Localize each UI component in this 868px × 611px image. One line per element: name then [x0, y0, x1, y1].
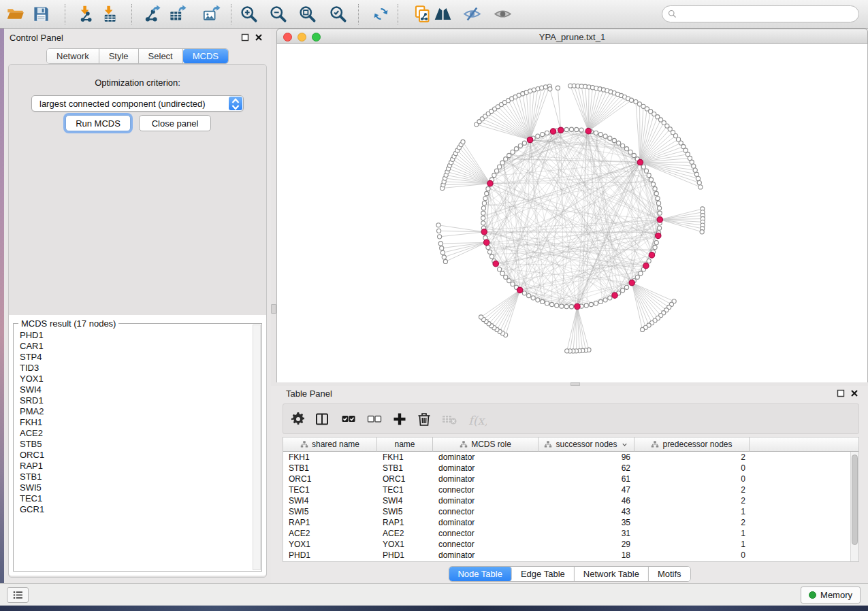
- table-row[interactable]: SWI5SWI5connector431: [283, 506, 850, 517]
- zoom-in-icon[interactable]: [240, 5, 259, 24]
- search-box[interactable]: [662, 5, 859, 22]
- cell-predecessor-nodes: 2: [634, 517, 750, 528]
- table-row[interactable]: ACE2ACE2connector311: [283, 528, 850, 539]
- mcds-result-item[interactable]: RAP1: [17, 461, 248, 472]
- toggle-columns-icon[interactable]: [314, 411, 332, 429]
- table-row[interactable]: TEC1TEC1connector472: [283, 484, 850, 495]
- refresh-network-icon[interactable]: [372, 5, 391, 24]
- cell-shared-name: SWI4: [283, 495, 377, 506]
- close-panel-button[interactable]: Close panel: [139, 115, 211, 131]
- search-icon: [667, 9, 677, 19]
- table-row[interactable]: STB1STB1dominator620: [283, 463, 850, 474]
- column-header-predecessor-nodes[interactable]: predecessor nodes: [634, 437, 750, 452]
- show-panels-icon[interactable]: [494, 5, 513, 24]
- save-session-icon[interactable]: [32, 5, 51, 24]
- table-panel-title: Table Panel: [286, 389, 332, 399]
- zoom-selected-icon[interactable]: [329, 5, 348, 24]
- tab-motifs[interactable]: Motifs: [649, 567, 690, 581]
- table-row[interactable]: FKH1FKH1dominator962: [283, 452, 850, 463]
- column-header-mcds-role[interactable]: MCDS role: [433, 437, 539, 452]
- mcds-list-scrollbar[interactable]: [253, 325, 261, 570]
- run-mcds-button[interactable]: Run MCDS: [65, 115, 131, 131]
- cell-shared-name: TEC1: [283, 484, 377, 495]
- cell-successor-nodes: 18: [539, 550, 634, 561]
- tab-network-table[interactable]: Network Table: [575, 567, 649, 581]
- mcds-result-item[interactable]: SRD1: [17, 395, 248, 406]
- column-header-name[interactable]: name: [377, 437, 433, 452]
- export-network-icon[interactable]: [142, 5, 161, 24]
- float-table-panel-icon[interactable]: [837, 389, 845, 397]
- node-table: shared namenameMCDS rolesuccessor nodesp…: [283, 437, 859, 562]
- cell-predecessor-nodes: 2: [634, 452, 750, 463]
- mcds-result-item[interactable]: YOX1: [17, 374, 248, 384]
- tab-node-table[interactable]: Node Table: [449, 567, 512, 581]
- column-header-shared-name[interactable]: shared name: [283, 437, 377, 452]
- add-column-icon[interactable]: [391, 411, 409, 429]
- mcds-result-item[interactable]: TEC1: [17, 493, 248, 504]
- tab-edge-table[interactable]: Edge Table: [512, 567, 575, 581]
- column-header-successor-nodes[interactable]: successor nodes: [539, 437, 634, 452]
- optimization-criterion-select[interactable]: largest connected component (undirected): [31, 95, 244, 112]
- mcds-result-item[interactable]: PHD1: [17, 330, 248, 341]
- mcds-result-item[interactable]: FKH1: [17, 417, 248, 428]
- close-table-panel-icon[interactable]: [850, 389, 858, 397]
- deselect-all-rows-icon[interactable]: [366, 411, 384, 429]
- cell-predecessor-nodes: 0: [634, 463, 750, 474]
- table-row[interactable]: PHD1PHD1dominator180: [283, 550, 850, 561]
- tab-network[interactable]: Network: [47, 49, 99, 63]
- toolbar-separator: [231, 4, 231, 24]
- import-table-icon[interactable]: [100, 5, 119, 24]
- vertical-splitter[interactable]: [271, 29, 276, 382]
- control-panel-titlebar: Control Panel: [4, 29, 271, 46]
- table-row[interactable]: YOX1YOX1connector291: [283, 539, 850, 550]
- mcds-result-item[interactable]: ORC1: [17, 450, 248, 461]
- search-input[interactable]: [677, 9, 858, 19]
- find-network-icon[interactable]: [434, 5, 453, 24]
- vertical-splitter-handle[interactable]: [271, 304, 276, 314]
- float-panel-icon[interactable]: [241, 33, 249, 42]
- zoom-out-icon[interactable]: [269, 5, 288, 24]
- import-network-icon[interactable]: [76, 5, 95, 24]
- network-window-titlebar[interactable]: YPA_prune.txt_1: [276, 29, 868, 44]
- table-scrollbar[interactable]: [850, 452, 858, 561]
- cell-mcds-role: dominator: [433, 463, 539, 474]
- mcds-result-item[interactable]: TID3: [17, 363, 248, 374]
- column-header-label: successor nodes: [556, 440, 617, 449]
- mcds-result-item[interactable]: ACE2: [17, 428, 248, 439]
- mcds-result-item[interactable]: STB5: [17, 439, 248, 450]
- memory-status-dot: [809, 591, 816, 599]
- mcds-result-item[interactable]: SWI5: [17, 482, 248, 493]
- network-canvas[interactable]: [276, 44, 868, 382]
- export-table-icon[interactable]: [168, 5, 187, 24]
- cell-predecessor-nodes: 1: [634, 506, 750, 517]
- mcds-result-item[interactable]: PMA2: [17, 406, 248, 417]
- export-image-icon[interactable]: [202, 5, 221, 24]
- cell-successor-nodes: 62: [539, 463, 634, 474]
- table-scrollbar-thumb[interactable]: [852, 455, 858, 545]
- close-panel-icon[interactable]: [255, 33, 263, 42]
- mcds-result-item[interactable]: CAR1: [17, 341, 248, 352]
- memory-button[interactable]: Memory: [801, 587, 861, 604]
- table-body: FKH1FKH1dominator962STB1STB1dominator620…: [283, 452, 850, 561]
- table-row[interactable]: ORC1ORC1dominator610: [283, 474, 850, 484]
- table-row[interactable]: RAP1RAP1dominator352: [283, 517, 850, 528]
- open-file-icon[interactable]: [6, 5, 25, 24]
- mcds-result-item[interactable]: GCR1: [17, 504, 248, 515]
- select-all-rows-icon[interactable]: [340, 411, 358, 429]
- cell-mcds-role: connector: [433, 539, 539, 550]
- cell-mcds-role: dominator: [433, 474, 539, 484]
- task-history-button[interactable]: [7, 587, 29, 603]
- table-row[interactable]: SWI4SWI4dominator462: [283, 495, 850, 506]
- table-tabs: Node TableEdge TableNetwork TableMotifs: [448, 566, 690, 582]
- clone-network-icon[interactable]: [413, 5, 432, 24]
- delete-column-icon[interactable]: [416, 411, 434, 429]
- tab-style[interactable]: Style: [99, 49, 139, 63]
- table-settings-icon[interactable]: [290, 411, 308, 429]
- tab-select[interactable]: Select: [139, 49, 183, 63]
- tab-mcds[interactable]: MCDS: [183, 49, 228, 63]
- mcds-result-item[interactable]: STB1: [17, 472, 248, 482]
- mcds-result-item[interactable]: STP4: [17, 352, 248, 363]
- zoom-fit-icon[interactable]: [298, 5, 317, 24]
- mcds-result-item[interactable]: SWI4: [17, 384, 248, 395]
- hide-panels-icon[interactable]: [463, 5, 482, 24]
